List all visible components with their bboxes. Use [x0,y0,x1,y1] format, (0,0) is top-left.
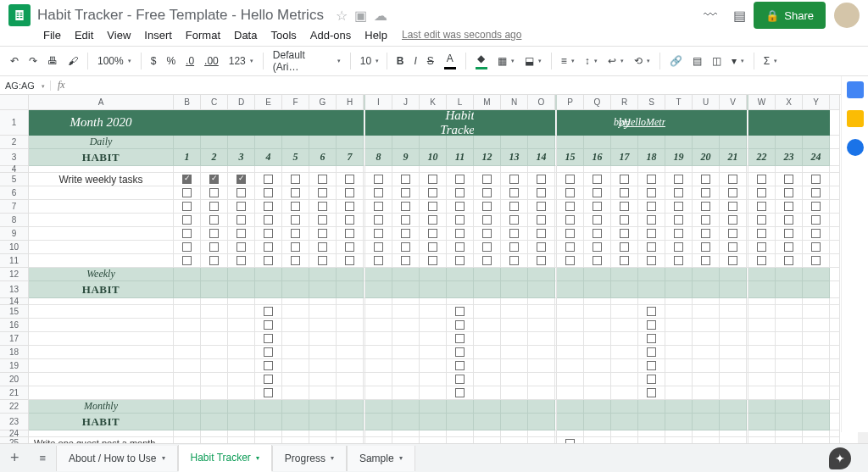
weekly-checkbox[interactable] [638,305,665,319]
checkbox-day-16[interactable] [584,173,611,186]
checkbox-day-11[interactable] [447,241,474,254]
checkbox-day-9[interactable] [392,186,420,200]
checkbox-day-17[interactable] [611,173,638,186]
checkbox-day-14[interactable] [528,241,555,254]
checkbox-day-16[interactable] [584,200,611,214]
weekly-checkbox[interactable] [255,386,282,400]
font-dropdown[interactable]: Default (Ari… [269,46,345,76]
checkbox-day-11[interactable] [447,227,474,241]
checkbox-day-18[interactable] [638,254,665,268]
menu-tools[interactable]: Tools [264,26,302,44]
menu-help[interactable]: Help [359,26,393,44]
checkbox-day-13[interactable] [501,254,528,268]
weekly-checkbox[interactable] [255,305,282,319]
checkbox-day-2[interactable] [201,254,228,268]
checkbox-day-13[interactable] [501,200,528,214]
checkbox-day-15[interactable] [557,200,584,214]
checkbox-day-3[interactable] [228,227,255,241]
print-button[interactable]: 🖶 [43,52,62,70]
checkbox-day-14[interactable] [528,214,555,227]
checkbox-day-7[interactable] [337,214,364,227]
checkbox-day-12[interactable] [474,227,501,241]
checkbox-day-15[interactable] [557,214,584,227]
checkbox-day-1[interactable] [174,200,201,214]
bold-button[interactable]: B [392,52,409,70]
checkbox-day-18[interactable] [638,200,665,214]
checkbox-day-18[interactable] [638,241,665,254]
checkbox-day-20[interactable] [693,186,720,200]
sheets-logo[interactable] [8,4,31,26]
menu-edit[interactable]: Edit [69,26,99,44]
filter-button[interactable]: ▾ [727,52,748,70]
checkbox-day-14[interactable] [528,173,555,186]
checkbox-day-10[interactable] [420,241,447,254]
checkbox-day-3[interactable] [228,214,255,227]
checkbox-day-20[interactable] [693,254,720,268]
doc-title[interactable]: Habit Tracker - Free Template - Hello Me… [37,7,324,24]
checkbox-day-9[interactable] [392,241,420,254]
checkbox-day-2[interactable] [201,200,228,214]
checkbox-day-20[interactable] [693,241,720,254]
number-format-dropdown[interactable]: 123 [225,52,258,70]
checkbox-day-11[interactable] [447,200,474,214]
checkbox-day-9[interactable] [392,227,420,241]
checkbox-day-19[interactable] [665,254,693,268]
explore-button[interactable]: ✦ [829,447,851,469]
checkbox-day-5[interactable] [282,227,309,241]
share-button[interactable]: 🔒 Share [754,2,826,29]
checkbox-day-13[interactable] [501,227,528,241]
checkbox-day-4[interactable] [255,227,282,241]
last-edit-link[interactable]: Last edit was seconds ago [402,29,521,41]
checkbox-day-2[interactable] [201,241,228,254]
checkbox-day-18[interactable] [638,227,665,241]
checkbox-day-3[interactable] [228,254,255,268]
checkbox-day-6[interactable] [309,227,337,241]
checkbox-day-3[interactable] [228,186,255,200]
checkbox-day-11[interactable] [447,214,474,227]
weekly-checkbox[interactable] [255,319,282,332]
checkbox-day-13[interactable] [501,173,528,186]
checkbox-day-2[interactable] [201,173,228,186]
calendar-icon[interactable] [847,81,864,98]
checkbox-day-19[interactable] [665,186,693,200]
checkbox-day-2[interactable] [201,186,228,200]
weekly-checkbox[interactable] [638,346,665,359]
checkbox-day-19[interactable] [665,173,693,186]
zoom-dropdown[interactable]: 100% [93,52,136,70]
checkbox-day-19[interactable] [665,214,693,227]
tab-habit-tracker[interactable]: Habit Tracker▾ [178,445,272,472]
checkbox-day-10[interactable] [420,200,447,214]
checkbox-day-21[interactable] [720,214,747,227]
text-color-button[interactable]: A [440,49,460,73]
checkbox-day-20[interactable] [693,200,720,214]
currency-button[interactable]: $ [147,52,161,70]
checkbox-day-12[interactable] [474,241,501,254]
valign-button[interactable]: ↕ [581,52,602,70]
checkbox-day-5[interactable] [282,241,309,254]
checkbox-day-9[interactable] [392,200,420,214]
checkbox-day-14[interactable] [528,200,555,214]
paint-format-button[interactable]: 🖌 [64,52,82,70]
checkbox-day-5[interactable] [282,254,309,268]
checkbox-day-16[interactable] [584,254,611,268]
checkbox-day-17[interactable] [611,241,638,254]
checkbox-day-12[interactable] [474,200,501,214]
checkbox-day-16[interactable] [584,186,611,200]
undo-button[interactable]: ↶ [6,52,23,70]
checkbox-day-8[interactable] [365,254,392,268]
weekly-checkbox[interactable] [255,373,282,386]
checkbox-day-21[interactable] [720,241,747,254]
menu-addons[interactable]: Add-ons [304,26,357,44]
tab-sample[interactable]: Sample▾ [347,446,415,471]
checkbox-day-1[interactable] [174,254,201,268]
name-box[interactable]: AG:AG [0,81,51,91]
italic-button[interactable]: I [409,52,420,70]
checkbox-day-7[interactable] [337,186,364,200]
checkbox-day-9[interactable] [392,214,420,227]
checkbox-day-1[interactable] [174,214,201,227]
checkbox-day-15[interactable] [557,186,584,200]
checkbox-day-11[interactable] [447,186,474,200]
checkbox-day-16[interactable] [584,214,611,227]
tab-about[interactable]: About / How to Use▾ [56,446,177,471]
checkbox-day-9[interactable] [392,254,420,268]
